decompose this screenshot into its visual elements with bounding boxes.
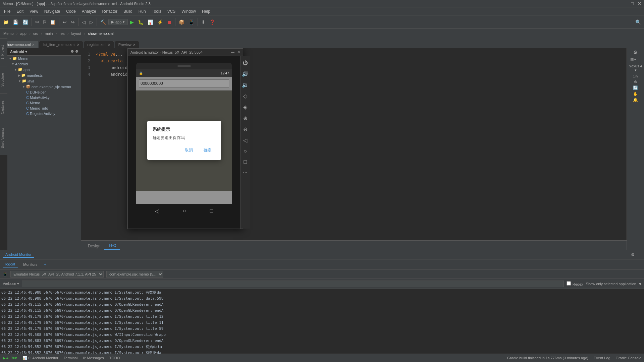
emu-square-btn[interactable]: □ xyxy=(242,158,248,166)
emu-volume-up-btn[interactable]: 🔊 xyxy=(240,69,250,78)
palette-refresh-btn[interactable]: 🔄 xyxy=(633,85,638,90)
tree-item-dbhelper[interactable]: C DBHelper xyxy=(7,89,81,95)
tree-item-memo-class[interactable]: C Memo xyxy=(7,100,81,106)
label-captures[interactable]: Captures xyxy=(0,94,7,121)
palette-settings-btn[interactable]: ⚙ xyxy=(633,50,638,55)
toolbar-sdk[interactable]: 📦 xyxy=(177,18,186,26)
emu-more-btn[interactable]: ··· xyxy=(241,168,249,177)
toolbar-stop[interactable]: ⏹ xyxy=(165,18,173,26)
toolbar-save[interactable]: 💾 xyxy=(11,18,20,26)
palette-device-btn[interactable]: Nexus 4 ▾ xyxy=(627,63,644,73)
phone-home-btn[interactable]: ○ xyxy=(183,208,186,214)
regex-checkbox[interactable] xyxy=(567,281,571,286)
emu-power-btn[interactable]: ⏻ xyxy=(241,59,249,67)
tab-design[interactable]: Design xyxy=(84,242,104,250)
label-project[interactable]: 1: Project xyxy=(0,48,7,66)
tab-register-close[interactable]: ✕ xyxy=(108,43,110,47)
close-btn[interactable]: ✕ xyxy=(638,1,641,6)
palette-fit-btn[interactable]: ⊕ xyxy=(634,79,637,84)
toolbar-build[interactable]: 🔨 xyxy=(99,18,108,26)
toolbar-copy[interactable]: ⎘ xyxy=(42,18,48,26)
menu-navigate[interactable]: Navigate xyxy=(42,8,63,14)
project-sync-icon[interactable]: ⚙ xyxy=(71,50,74,53)
tab-showmemo-close[interactable]: ✕ xyxy=(32,43,35,47)
toolbar-profile[interactable]: ⚡ xyxy=(156,18,165,26)
maximize-btn[interactable]: □ xyxy=(631,1,634,6)
phone-recents-btn[interactable]: □ xyxy=(210,208,213,214)
toolbar-help[interactable]: ❓ xyxy=(208,18,217,26)
tree-item-java[interactable]: ▼ 📁 java xyxy=(7,78,81,84)
menu-vcs[interactable]: VCS xyxy=(165,8,178,14)
dialog-confirm-btn[interactable]: 确定 xyxy=(200,146,216,155)
toolbar-paste[interactable]: 📋 xyxy=(48,18,57,26)
toolbar-avd[interactable]: 📱 xyxy=(187,18,196,26)
nav-memo[interactable]: Memo xyxy=(1,31,16,36)
tab-preview[interactable]: Preview ✕ xyxy=(115,41,139,48)
menu-build[interactable]: Build xyxy=(121,8,135,14)
emu-zoom-out-btn[interactable]: ⊖ xyxy=(242,125,249,134)
emu-home-btn[interactable]: ○ xyxy=(242,147,248,156)
todo-btn[interactable]: TODO xyxy=(109,356,120,360)
run-config[interactable]: ▶app▾ xyxy=(108,19,128,25)
nav-showmemo[interactable]: showmemo.xml xyxy=(86,31,115,36)
palette-scale-btn[interactable]: 1% xyxy=(633,74,638,78)
toolbar-sync[interactable]: 🔄 xyxy=(21,18,30,26)
toolbar-redo[interactable]: ↪ xyxy=(69,18,76,26)
nav-main[interactable]: main xyxy=(43,31,55,36)
tab-preview-close[interactable]: ✕ xyxy=(133,43,136,47)
tree-item-app[interactable]: ▼ 📁 app xyxy=(7,67,81,72)
palette-list-btn[interactable]: ≡ xyxy=(634,57,636,61)
nav-layout[interactable]: layout xyxy=(69,31,83,36)
app-select[interactable]: com.example.jsjx.memo (5... xyxy=(106,271,163,278)
menu-code[interactable]: Code xyxy=(63,8,78,14)
toolbar-download[interactable]: ⬇ xyxy=(200,18,207,26)
emu-rotate-left-btn[interactable]: ◇ xyxy=(242,92,249,101)
phone-back-btn[interactable]: ◁ xyxy=(155,208,159,214)
gradle-console-btn[interactable]: Gradle Console xyxy=(616,356,641,360)
emu-back-btn[interactable]: ◁ xyxy=(242,136,249,145)
emu-zoom-in-btn[interactable]: ⊕ xyxy=(242,114,249,123)
tree-item-manifests[interactable]: ▶ 📁 manifests xyxy=(7,72,81,78)
toolbar-debug[interactable]: 🐛 xyxy=(136,18,145,26)
toolbar-undo[interactable]: ↩ xyxy=(61,18,68,26)
minimize-btn[interactable]: — xyxy=(623,1,627,6)
monitor-tab-monitors-plus[interactable]: + xyxy=(43,262,48,267)
menu-edit[interactable]: Edit xyxy=(14,8,26,14)
palette-tree-btn[interactable]: ⋮ xyxy=(637,57,641,61)
run-btn[interactable]: ▶ 4: Run xyxy=(3,356,17,360)
monitor-settings-btn[interactable]: ⚙ xyxy=(631,252,635,257)
menu-analyze[interactable]: Analyze xyxy=(79,8,99,14)
menu-file[interactable]: File xyxy=(1,8,13,14)
palette-notification-btn[interactable]: 🔔 xyxy=(633,98,638,102)
menu-refactor[interactable]: Refactor xyxy=(100,8,120,14)
toolbar-forward[interactable]: ▷ xyxy=(88,18,95,26)
project-settings-icon[interactable]: ⚙ xyxy=(75,50,78,53)
dialog-cancel-btn[interactable]: 取消 xyxy=(181,146,197,155)
verbose-btn[interactable]: Verbose ▾ xyxy=(3,282,19,286)
menu-view[interactable]: View xyxy=(27,8,41,14)
label-structure[interactable]: Structure xyxy=(0,66,7,94)
monitor-minimize-btn[interactable]: — xyxy=(637,252,641,257)
tab-register[interactable]: register.xml ✕ xyxy=(84,41,114,48)
filter-input[interactable] xyxy=(22,281,564,287)
toolbar-coverage[interactable]: 📊 xyxy=(146,18,155,26)
menu-help[interactable]: Help xyxy=(199,8,213,14)
palette-pan-btn[interactable]: ✋ xyxy=(633,92,638,96)
show-only-dropdown-btn[interactable]: ▾ xyxy=(639,281,641,287)
menu-window[interactable]: Window xyxy=(179,8,199,14)
device-select[interactable]: Emulator Nexus_5X_API_25 Android 7.1.1, … xyxy=(10,271,104,278)
monitor-tab-logcat[interactable]: logcat xyxy=(3,261,18,267)
toolbar-open[interactable]: 📁 xyxy=(1,18,10,26)
menu-run[interactable]: Run xyxy=(136,8,149,14)
toolbar-back[interactable]: ◁ xyxy=(80,18,87,26)
label-build-variants[interactable]: Build Variants xyxy=(0,121,7,155)
tree-item-memo-info[interactable]: C Memo_info xyxy=(7,106,81,111)
toolbar-cut[interactable]: ✂ xyxy=(34,18,41,26)
toolbar-run[interactable]: ▶ xyxy=(128,18,136,26)
menu-tools[interactable]: Tools xyxy=(149,8,164,14)
messages-btn[interactable]: 0: Messages xyxy=(83,356,104,360)
tab-text[interactable]: Text xyxy=(104,242,120,250)
tree-item-android[interactable]: ▼ Android xyxy=(7,61,81,67)
tree-item-register[interactable]: C RegisterActivity xyxy=(7,111,81,116)
event-log-btn[interactable]: Event Log xyxy=(594,356,610,360)
